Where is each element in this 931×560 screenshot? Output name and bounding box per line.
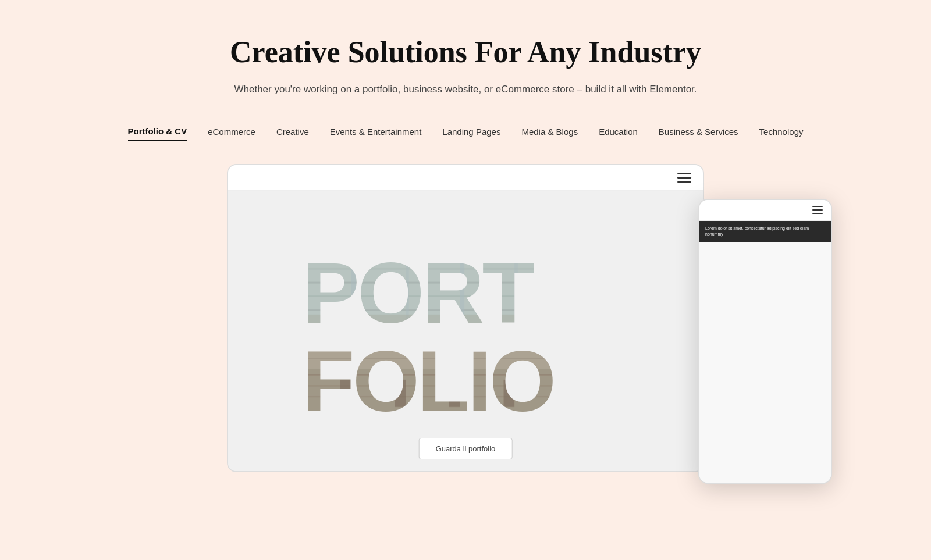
hero-subtitle: Whether you're working on a portfolio, b…: [23, 81, 908, 97]
desktop-cta-button[interactable]: Guarda il portfolio: [419, 438, 513, 459]
desktop-preview-frame: PORT FOLIO Guarda il portfolio: [227, 164, 704, 472]
mobile-hamburger-icon[interactable]: [812, 206, 823, 214]
mobile-bottom-bar: Lorem dolor sit amet, consectetur adipis…: [699, 221, 831, 242]
tab-technology[interactable]: Technology: [759, 127, 804, 140]
mobile-preview-frame: COMPANY PROFILE AN AMAZING PHRASE Lorem …: [698, 199, 832, 484]
mobile-mockup-inner: COMPANY PROFILE AN AMAZING PHRASE Lorem …: [699, 221, 831, 242]
tabs-navigation: Portfolio & CV eCommerce Creative Events…: [23, 126, 908, 141]
tab-portfolio-cv[interactable]: Portfolio & CV: [128, 126, 187, 141]
tab-landing-pages[interactable]: Landing Pages: [442, 127, 500, 140]
tab-business-services[interactable]: Business & Services: [659, 127, 738, 140]
mobile-topbar: [699, 200, 831, 221]
page-wrapper: Creative Solutions For Any Industry Whet…: [0, 0, 931, 495]
tab-ecommerce[interactable]: eCommerce: [208, 127, 255, 140]
svg-text:PORT: PORT: [302, 245, 534, 341]
tab-creative[interactable]: Creative: [276, 127, 309, 140]
desktop-content-area: PORT FOLIO Guarda il portfolio: [228, 191, 703, 471]
mobile-bottom-text: Lorem dolor sit amet, consectetur adipis…: [705, 226, 825, 238]
desktop-topbar: [228, 165, 703, 191]
svg-text:FOLIO: FOLIO: [302, 333, 554, 429]
tab-education[interactable]: Education: [599, 127, 638, 140]
desktop-hamburger-icon[interactable]: [677, 173, 691, 183]
portfolio-text-graphic: PORT FOLIO: [297, 232, 634, 430]
preview-area: PORT FOLIO Guarda il portfolio: [23, 164, 908, 472]
tab-events-entertainment[interactable]: Events & Entertainment: [330, 127, 422, 140]
hero-title: Creative Solutions For Any Industry: [23, 35, 908, 70]
tab-media-blogs[interactable]: Media & Blogs: [521, 127, 578, 140]
mobile-content-area: COMPANY PROFILE AN AMAZING PHRASE Lorem …: [699, 221, 831, 483]
